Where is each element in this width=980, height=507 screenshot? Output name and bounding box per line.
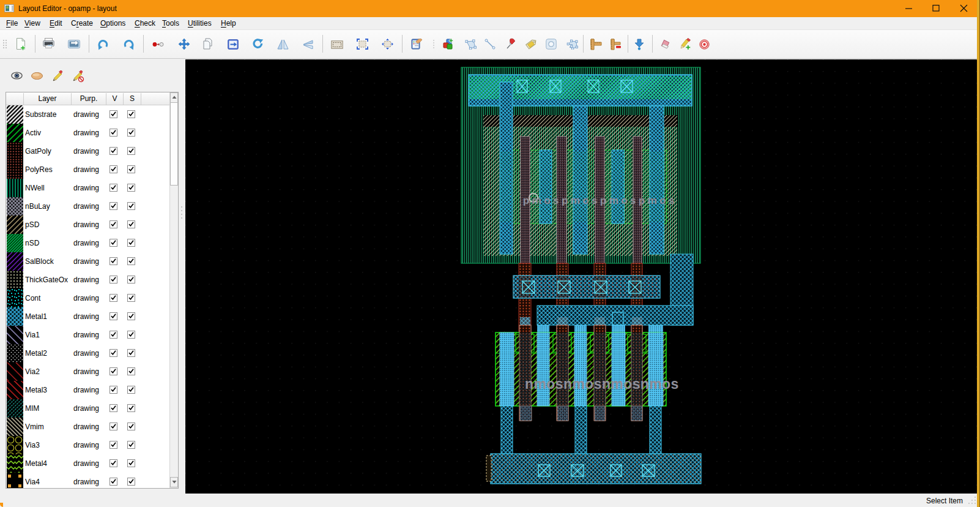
svg-text:nmosnmosnmosnmos: nmosnmosnmosnmos [525,376,679,392]
svg-text:pmospmospmospmos: pmospmospmospmos [523,195,677,206]
